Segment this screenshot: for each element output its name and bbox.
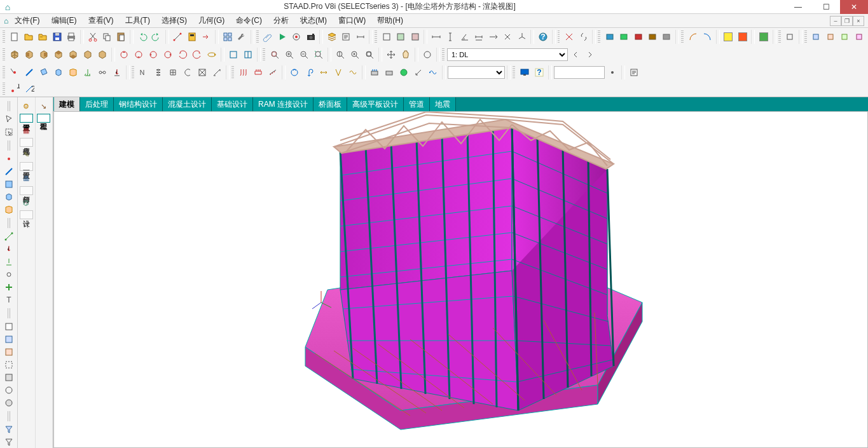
load-type9-icon[interactable] (368, 65, 382, 79)
col2-icon[interactable] (736, 30, 749, 44)
sel-add-icon[interactable] (2, 282, 16, 293)
load-type10-icon[interactable] (382, 65, 396, 79)
load-type12-icon[interactable] (411, 65, 425, 79)
sel-plate-icon[interactable] (2, 179, 16, 190)
load-type3-icon[interactable] (266, 65, 280, 79)
filter-b-icon[interactable] (2, 334, 16, 345)
input-c-icon[interactable] (166, 65, 180, 79)
load-type8-icon[interactable] (346, 65, 360, 79)
select-window-icon[interactable] (2, 126, 16, 138)
layers-icon[interactable] (325, 30, 338, 44)
col3-icon[interactable] (757, 30, 770, 44)
mode-tab-modeling[interactable]: 建模 (54, 97, 80, 111)
arc2-icon[interactable] (700, 30, 713, 44)
mode-tab-concrete[interactable]: 混凝土设计 (163, 97, 212, 111)
view1-icon[interactable] (226, 48, 240, 62)
cut-section-icon[interactable] (562, 30, 575, 44)
viewport-3d[interactable] (53, 111, 868, 448)
minimize-button[interactable]: — (784, 0, 812, 14)
cut-icon[interactable] (86, 30, 99, 44)
support-sel-icon[interactable] (81, 65, 95, 79)
menu-geometry[interactable]: 几何(G) (193, 14, 230, 27)
assign-red-icon[interactable] (631, 30, 645, 44)
mode-tab-bridge[interactable]: 桥面板 (313, 97, 347, 111)
render-icon[interactable] (394, 30, 408, 44)
save-icon[interactable] (50, 30, 64, 44)
zoom-dyn-icon[interactable] (333, 48, 347, 62)
display-icon[interactable] (518, 65, 532, 79)
menu-view[interactable]: 查看(V) (83, 14, 119, 27)
menu-analyze[interactable]: 分析 (268, 14, 294, 27)
sel-load-icon[interactable] (2, 243, 16, 255)
right-view-icon[interactable] (95, 48, 109, 62)
sel-beam-icon[interactable] (2, 166, 16, 177)
mode-tab-seismic[interactable]: 地震 (430, 97, 456, 111)
mode-tab-slab[interactable]: 高级平板设计 (347, 97, 404, 111)
input-e-icon[interactable] (195, 65, 209, 79)
snap-icon[interactable] (171, 30, 184, 44)
open-icon[interactable] (22, 30, 35, 44)
plate-sel-icon[interactable] (37, 65, 51, 79)
load-type7-icon[interactable] (331, 65, 345, 79)
menu-help[interactable]: 帮助(H) (372, 14, 408, 27)
solid-sel-icon[interactable] (52, 65, 65, 79)
input-f-icon[interactable] (210, 65, 224, 79)
menu-select[interactable]: 选择(S) (156, 14, 192, 27)
maximize-button[interactable]: ☐ (812, 0, 840, 14)
misc-e-icon[interactable] (852, 30, 865, 44)
load-type6-icon[interactable] (317, 65, 331, 79)
zoom-window-icon[interactable] (268, 48, 282, 62)
dim-h-icon[interactable] (429, 30, 443, 44)
goto-go-icon[interactable] (605, 65, 619, 79)
front-view-icon[interactable] (22, 48, 36, 62)
scale-combo[interactable] (448, 66, 505, 79)
assign-blue-icon[interactable] (603, 30, 616, 44)
misc-c-icon[interactable] (823, 30, 837, 44)
redo-icon[interactable] (149, 30, 163, 44)
filter-i-icon[interactable] (2, 437, 16, 448)
zoom-all-icon[interactable] (362, 48, 376, 62)
cursor-icon[interactable] (2, 114, 16, 125)
pan-icon[interactable] (384, 48, 398, 62)
window-tile-icon[interactable] (221, 30, 234, 44)
load-type13-icon[interactable] (426, 65, 440, 79)
arc-icon[interactable] (686, 30, 699, 44)
side-tab-project[interactable]: 工程 (37, 114, 50, 123)
load-prev-icon[interactable] (568, 48, 582, 62)
menu-window[interactable]: 窗口(W) (333, 14, 371, 27)
zoom-out-icon[interactable] (297, 48, 311, 62)
redo2-icon[interactable] (200, 30, 213, 44)
filter-f-icon[interactable] (2, 384, 16, 396)
input-a-icon[interactable] (137, 65, 151, 79)
help-icon[interactable]: ? (536, 30, 549, 44)
side-tab-general[interactable]: 一般设置 (20, 162, 33, 171)
input-d-icon[interactable] (181, 65, 195, 79)
dim-v-icon[interactable] (444, 30, 457, 44)
mode-tab-ram[interactable]: RAM 连接设计 (253, 97, 313, 111)
shade-icon[interactable] (408, 30, 422, 44)
load-case-combo[interactable]: 1: DL (447, 48, 568, 61)
goto-input[interactable] (554, 66, 605, 79)
menu-tools[interactable]: 工具(T) (120, 14, 155, 27)
assign-grey-icon[interactable] (660, 30, 673, 44)
menu-mode[interactable]: 状态(M) (295, 14, 332, 27)
misc-d-icon[interactable] (838, 30, 851, 44)
rotate-right-icon[interactable] (161, 48, 175, 62)
filter-h-icon[interactable] (2, 424, 16, 435)
filter-d-icon[interactable] (2, 359, 16, 370)
beam-sel-icon[interactable] (22, 65, 36, 79)
sel-release-icon[interactable] (2, 269, 16, 280)
mdi-minimize-button[interactable]: – (830, 16, 841, 26)
zoom-more-icon[interactable] (420, 48, 434, 62)
left-view-icon[interactable] (81, 48, 95, 62)
back-view-icon[interactable] (37, 48, 51, 62)
rotate-up-icon[interactable] (117, 48, 131, 62)
run-icon[interactable] (275, 30, 289, 44)
col1-icon[interactable] (722, 30, 735, 44)
filter-g-icon[interactable] (2, 397, 16, 409)
node-icon[interactable] (289, 30, 303, 44)
side-tab-design[interactable]: 设计 (20, 210, 33, 219)
filter-a-icon[interactable] (2, 321, 16, 332)
camera-icon[interactable] (304, 30, 317, 44)
sel-text-icon[interactable]: T (2, 294, 16, 306)
